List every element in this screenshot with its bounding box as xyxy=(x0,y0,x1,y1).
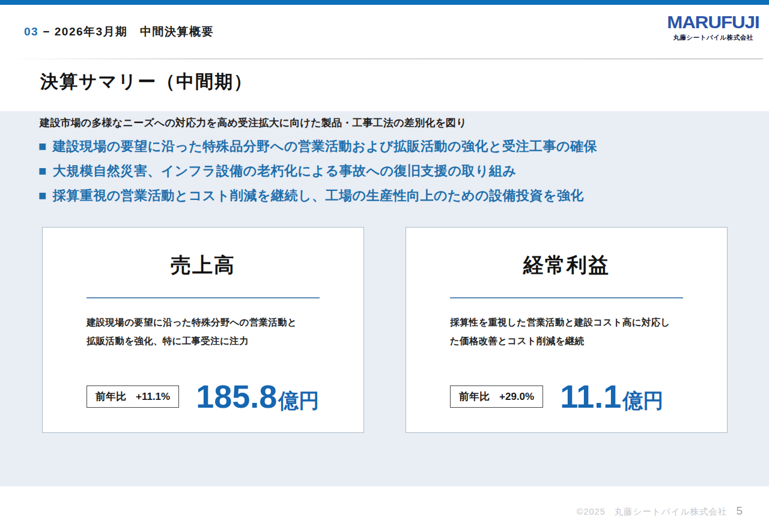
bullet-text: 建設現場の要望に沿った特殊品分野への営業活動および拡販活動の強化と受注工事の確保 xyxy=(53,139,597,154)
kpi-card-description: 建設現場の要望に沿った特殊分野への営業活動と 拡販活動を強化、特に工事受注に注力 xyxy=(87,313,320,350)
footer-company-name: 丸藤シートパイル株式会社 xyxy=(615,506,728,518)
kpi-card-title: 売上高 xyxy=(43,252,363,278)
summary-bullet-list: ■建設現場の要望に沿った特殊品分野への営業活動および拡販活動の強化と受注工事の確… xyxy=(38,134,597,208)
page-title: 決算サマリー（中間期） xyxy=(40,70,253,94)
section-separator: − xyxy=(43,25,50,38)
kpi-amount-number: 185.8 xyxy=(196,380,277,413)
kpi-amount-unit: 億円 xyxy=(278,390,319,411)
top-accent-bar xyxy=(0,0,769,5)
section-number: 03 xyxy=(24,25,38,38)
company-logo: MARUFUJI 丸藤シートパイル株式会社 xyxy=(670,13,756,42)
bullet-text: 大規模自然災害、インフラ設備の老朽化による事故への復旧支援の取り組み xyxy=(53,163,517,178)
description-line: 建設現場の要望に沿った特殊分野への営業活動と xyxy=(87,313,320,331)
kpi-value-row: 前年比 +11.1% 185.8 億円 xyxy=(87,380,320,413)
card-title-underline xyxy=(87,297,320,298)
footer-copyright: ©2025 xyxy=(577,507,606,516)
yoy-value: +29.0% xyxy=(499,391,534,403)
logo-wordmark: MARUFUJI xyxy=(667,13,759,32)
yoy-label: 前年比 xyxy=(459,390,490,404)
kpi-amount: 11.1 億円 xyxy=(560,380,663,413)
kpi-amount-unit: 億円 xyxy=(622,390,663,411)
header-divider xyxy=(6,58,763,59)
slide-header: 03 − 2026年3月期 中間決算概要 MARUFUJI 丸藤シートパイル株式… xyxy=(24,13,758,42)
kpi-amount-number: 11.1 xyxy=(560,380,621,413)
page-number: 5 xyxy=(736,504,743,518)
yoy-comparison-box: 前年比 +11.1% xyxy=(87,385,179,408)
kpi-card-sales: 売上高 建設現場の要望に沿った特殊分野への営業活動と 拡販活動を強化、特に工事受… xyxy=(42,227,364,433)
bullet-item: ■建設現場の要望に沿った特殊品分野への営業活動および拡販活動の強化と受注工事の確… xyxy=(38,134,597,159)
card-title-underline xyxy=(450,297,683,298)
kpi-card-description: 採算性を重視した営業活動と建設コスト高に対応し た価格改善とコスト削減を継続 xyxy=(450,313,683,350)
summary-intro-text: 建設市場の多様なニーズへの対応力を高め受注拡大に向けた製品・工事工法の差別化を図… xyxy=(40,116,467,130)
summary-section: 建設市場の多様なニーズへの対応力を高め受注拡大に向けた製品・工事工法の差別化を図… xyxy=(0,111,769,486)
yoy-comparison-box: 前年比 +29.0% xyxy=(450,385,543,408)
slide-footer: ©2025 丸藤シートパイル株式会社 5 xyxy=(577,504,743,518)
kpi-value-row: 前年比 +29.0% 11.1 億円 xyxy=(450,380,683,413)
header-title-text: 2026年3月期 中間決算概要 xyxy=(55,24,214,40)
kpi-card-title: 経常利益 xyxy=(406,252,727,278)
logo-company-name: 丸藤シートパイル株式会社 xyxy=(670,34,756,42)
bullet-square-icon: ■ xyxy=(38,163,47,178)
kpi-amount: 185.8 億円 xyxy=(196,380,319,413)
yoy-value: +11.1% xyxy=(136,391,170,403)
bullet-square-icon: ■ xyxy=(38,188,47,203)
description-line: た価格改善とコスト削減を継続 xyxy=(450,331,683,350)
bullet-item: ■大規模自然災害、インフラ設備の老朽化による事故への復旧支援の取り組み xyxy=(38,159,597,183)
description-line: 拡販活動を強化、特に工事受注に注力 xyxy=(87,331,320,350)
description-line: 採算性を重視した営業活動と建設コスト高に対応し xyxy=(450,313,683,331)
header-title: 03 − 2026年3月期 中間決算概要 xyxy=(24,24,214,40)
bullet-item: ■採算重視の営業活動とコスト削減を継続し、工場の生産性向上のための設備投資を強化 xyxy=(38,183,597,208)
bullet-text: 採算重視の営業活動とコスト削減を継続し、工場の生産性向上のための設備投資を強化 xyxy=(53,188,584,203)
yoy-label: 前年比 xyxy=(96,390,126,404)
kpi-card-ordinary-profit: 経常利益 採算性を重視した営業活動と建設コスト高に対応し た価格改善とコスト削減… xyxy=(406,227,728,433)
bullet-square-icon: ■ xyxy=(38,139,47,154)
